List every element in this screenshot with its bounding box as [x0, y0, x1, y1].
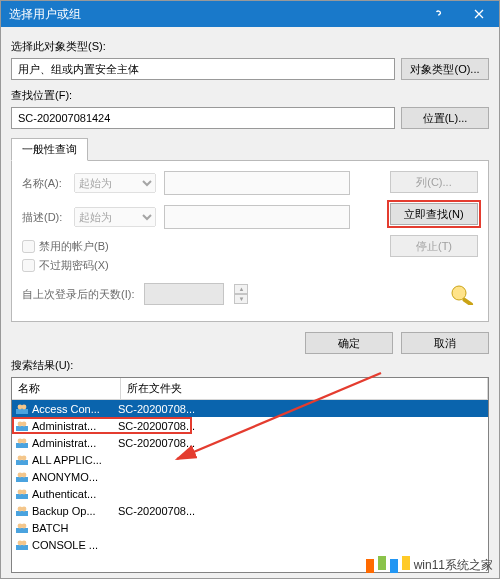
table-row[interactable]: Administrat...SC-20200708... [12, 434, 488, 451]
titlebar: 选择用户或组 [1, 1, 499, 27]
svg-point-7 [22, 421, 27, 426]
spin-down-icon: ▼ [234, 294, 248, 304]
svg-point-25 [22, 523, 27, 528]
name-label: 名称(A): [22, 176, 74, 191]
svg-rect-1 [462, 297, 474, 305]
svg-rect-2 [16, 409, 28, 414]
columns-button: 列(C)... [390, 171, 478, 193]
row-folder: SC-20200708... [118, 403, 195, 415]
table-row[interactable]: Administrat...SC-20200708... [12, 417, 488, 434]
row-name: Authenticat... [32, 488, 96, 500]
location-label: 查找位置(F): [11, 88, 489, 103]
row-name: ANONYMO... [32, 471, 98, 483]
table-row[interactable]: Authenticat... [12, 485, 488, 502]
locations-button[interactable]: 位置(L)... [401, 107, 489, 129]
svg-rect-17 [16, 494, 28, 499]
window-buttons [419, 1, 499, 27]
desc-match-select: 起始为 [74, 207, 156, 227]
user-group-icon [15, 522, 29, 534]
user-group-icon [15, 505, 29, 517]
col-folder[interactable]: 所在文件夹 [121, 378, 488, 399]
row-name: Backup Op... [32, 505, 96, 517]
svg-point-13 [22, 455, 27, 460]
results-header: 名称 所在文件夹 [12, 378, 488, 400]
svg-point-22 [22, 506, 27, 511]
close-button[interactable] [459, 1, 499, 27]
search-icon [446, 283, 478, 305]
row-folder: SC-20200708... [118, 420, 195, 432]
spin-up-icon: ▲ [234, 284, 248, 294]
table-row[interactable]: BATCH [12, 519, 488, 536]
tab-body: 名称(A): 起始为 描述(D): 起始为 禁用的帐户( [11, 161, 489, 322]
help-icon [434, 9, 444, 19]
nonexpiring-box [22, 259, 35, 272]
row-name: Access Con... [32, 403, 100, 415]
name-input [164, 171, 350, 195]
tabs-bar: 一般性查询 [11, 137, 489, 161]
svg-point-4 [22, 404, 27, 409]
svg-point-10 [22, 438, 27, 443]
nonexpiring-text: 不过期密码(X) [39, 258, 109, 273]
row-folder: SC-20200708... [118, 505, 195, 517]
tab-common-queries[interactable]: 一般性查询 [11, 138, 88, 161]
dialog-body: 选择此对象类型(S): 对象类型(O)... 查找位置(F): 位置(L)...… [1, 27, 499, 322]
svg-point-19 [22, 489, 27, 494]
days-since-login-label: 自上次登录后的天数(I): [22, 287, 134, 302]
svg-rect-11 [16, 460, 28, 465]
svg-rect-14 [16, 477, 28, 482]
svg-rect-26 [16, 545, 28, 550]
help-button[interactable] [419, 1, 459, 27]
user-group-icon [15, 437, 29, 449]
disabled-accounts-text: 禁用的帐户(B) [39, 239, 109, 254]
svg-rect-8 [16, 443, 28, 448]
svg-point-16 [22, 472, 27, 477]
desc-input [164, 205, 350, 229]
days-spinner: ▲ ▼ [234, 284, 248, 304]
stop-button: 停止(T) [390, 235, 478, 257]
svg-rect-5 [16, 426, 28, 431]
row-name: ALL APPLIC... [32, 454, 102, 466]
find-now-button[interactable]: 立即查找(N) [390, 203, 478, 225]
desc-label: 描述(D): [22, 210, 74, 225]
name-match-select: 起始为 [74, 173, 156, 193]
user-group-icon [15, 403, 29, 415]
results-list[interactable]: 名称 所在文件夹 Access Con...SC-20200708...Admi… [11, 377, 489, 573]
close-icon [474, 9, 484, 19]
user-group-icon [15, 454, 29, 466]
row-name: BATCH [32, 522, 68, 534]
nonexpiring-password-checkbox: 不过期密码(X) [22, 258, 378, 273]
window-title: 选择用户或组 [9, 6, 81, 23]
object-type-label: 选择此对象类型(S): [11, 39, 489, 54]
table-row[interactable]: CONSOLE ... [12, 536, 488, 553]
table-row[interactable]: Access Con...SC-20200708... [12, 400, 488, 417]
disabled-accounts-checkbox: 禁用的帐户(B) [22, 239, 378, 254]
user-group-icon [15, 471, 29, 483]
dialog-window: 选择用户或组 选择此对象类型(S): 对象类型(O)... 查找位置(F): 位… [0, 0, 500, 579]
row-folder: SC-20200708... [118, 437, 195, 449]
disabled-accounts-box [22, 240, 35, 253]
table-row[interactable]: ANONYMO... [12, 468, 488, 485]
col-name[interactable]: 名称 [12, 378, 121, 399]
table-row[interactable]: Backup Op...SC-20200708... [12, 502, 488, 519]
days-since-login-box [144, 283, 224, 305]
svg-point-28 [22, 540, 27, 545]
location-field [11, 107, 395, 129]
dialog-footer: 确定 取消 [1, 332, 489, 354]
object-types-button[interactable]: 对象类型(O)... [401, 58, 489, 80]
svg-rect-20 [16, 511, 28, 516]
row-name: Administrat... [32, 437, 96, 449]
row-name: CONSOLE ... [32, 539, 98, 551]
results-label: 搜索结果(U): [11, 358, 499, 373]
watermark: win11系统之家 [366, 557, 493, 574]
user-group-icon [15, 488, 29, 500]
ok-button[interactable]: 确定 [305, 332, 393, 354]
table-row[interactable]: ALL APPLIC... [12, 451, 488, 468]
watermark-text: win11系统之家 [414, 557, 493, 574]
user-group-icon [15, 420, 29, 432]
row-name: Administrat... [32, 420, 96, 432]
results-body: Access Con...SC-20200708...Administrat..… [12, 400, 488, 572]
svg-rect-23 [16, 528, 28, 533]
user-group-icon [15, 539, 29, 551]
object-type-field [11, 58, 395, 80]
cancel-button[interactable]: 取消 [401, 332, 489, 354]
